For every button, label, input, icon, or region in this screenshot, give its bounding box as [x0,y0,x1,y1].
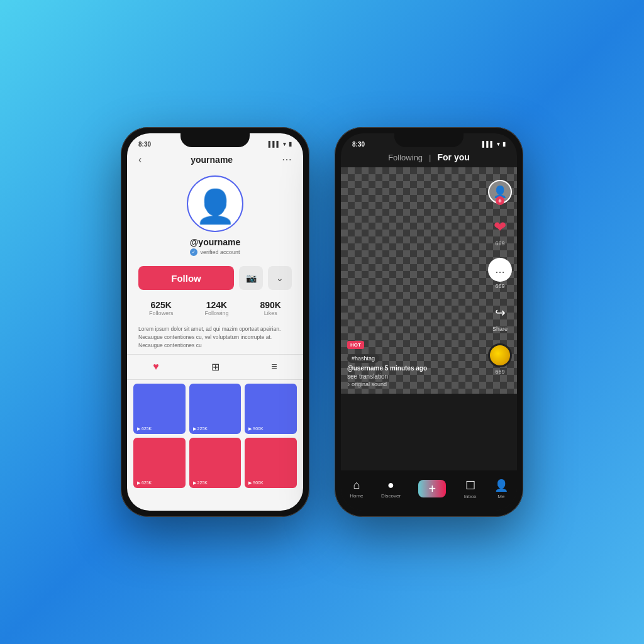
thumb-count-2: ▶ 225K [193,426,208,431]
me-icon: 👤 [494,479,508,492]
sound-record[interactable] [488,343,512,367]
user-handle: @yourname [190,237,241,247]
following-label: Following [204,310,228,316]
comment-action[interactable]: … 669 [488,258,512,289]
side-actions: 👤 + ❤ 669 … 669 [488,180,512,375]
for-you-tab[interactable]: For you [437,152,469,162]
creator-avatar[interactable]: 👤 + [488,180,512,204]
battery-icon-2: ▮ [502,141,506,147]
creator-avatar-action[interactable]: 👤 + [488,180,512,204]
likes-label: Likes [260,310,281,316]
inbox-label: Inbox [464,494,477,499]
grid-row-2: ▶ 625K ▶ 225K ▶ 900K [133,438,297,488]
like-button[interactable]: ❤ [488,215,512,239]
plus-icon: + [429,482,436,496]
me-label: Me [497,494,504,499]
tab-divider: | [429,153,431,162]
following-value: 124K [204,300,228,310]
status-icons-2: ▌▌▌ ▾ ▮ [482,141,506,147]
notch [180,133,250,147]
share-action[interactable]: ↪ Share [488,301,512,332]
phone2-screen: 8:30 ▌▌▌ ▾ ▮ Following | For you [341,133,517,511]
follow-button[interactable]: Follow [138,266,234,290]
nav-discover[interactable]: ● Discover [381,479,401,499]
comment-count: 669 [495,283,504,289]
thumb-5[interactable]: ▶ 225K [189,438,242,488]
tab-posts[interactable]: ♥ [153,361,159,373]
tab-grid[interactable]: ⊞ [211,361,219,373]
content-grid: ▶ 625K ▶ 225K ▶ 900K ▶ 625K ▶ 225K [127,380,303,492]
wifi-icon: ▾ [283,141,286,147]
notch-2 [394,133,464,147]
video-sound[interactable]: ♪ original sound [347,381,479,387]
hot-badge: HOT [347,341,364,349]
status-icons-1: ▌▌▌ ▾ ▮ [269,141,292,147]
chevron-button[interactable]: ⌄ [268,266,292,290]
phone-feed: 8:30 ▌▌▌ ▾ ▮ Following | For you [335,127,523,517]
likes-value: 890K [260,300,281,310]
avatar: 👤 [187,175,243,232]
tab-list[interactable]: ≡ [271,361,277,373]
discover-icon: ● [387,479,394,492]
username-title: yourname [191,155,233,165]
thumb-count-5: ▶ 225K [193,480,208,486]
signal-icon: ▌▌▌ [269,141,280,147]
thumb-6[interactable]: ▶ 900K [245,438,297,488]
action-row: Follow 📷 ⌄ [127,260,303,296]
followers-label: Followers [149,310,174,316]
stats-row: 625K Followers 124K Following 890K Likes [127,296,303,323]
avatar-section: 👤 @yourname ✓ verified account [127,169,303,260]
more-button[interactable]: ⋯ [282,153,292,165]
comment-button[interactable]: … [488,258,512,282]
nav-inbox[interactable]: ☐ Inbox [464,479,477,499]
thumb-count-6: ▶ 900K [248,480,263,486]
create-button[interactable]: + [418,480,446,497]
video-username[interactable]: @username [347,365,383,372]
status-time-1: 8:30 [138,141,151,148]
share-button[interactable]: ↪ [488,301,512,325]
like-action[interactable]: ❤ 669 [488,215,512,247]
record-count: 669 [495,369,504,375]
content-tabs[interactable]: ♥ ⊞ ≡ [127,355,303,380]
thumb-4[interactable]: ▶ 625K [133,438,186,488]
battery-icon: ▮ [289,141,292,147]
like-count: 669 [495,240,504,247]
thumb-count-4: ▶ 625K [137,480,152,486]
video-area[interactable]: 👤 + ❤ 669 … 669 [341,167,517,394]
follow-plus-badge: + [496,196,504,205]
stat-followers: 625K Followers [149,300,174,316]
followers-value: 625K [149,300,174,310]
thumb-2[interactable]: ▶ 225K [189,384,242,434]
wifi-icon-2: ▾ [497,141,500,147]
following-tab[interactable]: Following [388,153,423,162]
profile-header: ‹ yourname ⋯ [127,151,303,169]
signal-icon-2: ▌▌▌ [482,141,494,147]
avatar-person-icon: 👤 [195,190,236,223]
stat-following: 124K Following [204,300,228,316]
bio-text: Lorem ipsum dolor sit amet, ad qui mazim… [138,325,292,349]
bottom-nav: ⌂ Home ● Discover + ☐ Inbox 👤 Me [341,470,517,511]
camera-button[interactable]: 📷 [239,266,263,290]
chevron-down-icon: ⌄ [276,273,284,283]
home-label: Home [350,493,363,499]
verified-text: verified account [200,249,240,255]
thumb-3[interactable]: ▶ 900K [245,384,297,434]
video-translation[interactable]: see translation [347,373,479,380]
grid-row-1: ▶ 625K ▶ 225K ▶ 900K [133,384,297,434]
verified-row: ✓ verified account [190,248,240,256]
feed-header: Following | For you [341,151,517,167]
video-info: HOT #hashtag @username 5 minutes ago see… [347,338,479,387]
back-button[interactable]: ‹ [138,154,142,165]
phone1-screen: 8:30 ▌▌▌ ▾ ▮ ‹ yourname ⋯ 👤 @yourname [127,133,303,511]
status-time-2: 8:30 [352,141,365,148]
phone-profile: 8:30 ▌▌▌ ▾ ▮ ‹ yourname ⋯ 👤 @yourname [121,127,309,517]
hashtag-badge[interactable]: #hashtag [347,354,379,363]
sound-action[interactable]: 669 [488,343,512,375]
inbox-icon: ☐ [465,479,475,492]
camera-icon: 📷 [246,273,257,283]
video-user-row: @username 5 minutes ago [347,365,479,372]
thumb-1[interactable]: ▶ 625K [133,384,186,434]
nav-me[interactable]: 👤 Me [494,479,508,499]
home-icon: ⌂ [353,479,360,492]
nav-home[interactable]: ⌂ Home [350,479,363,499]
